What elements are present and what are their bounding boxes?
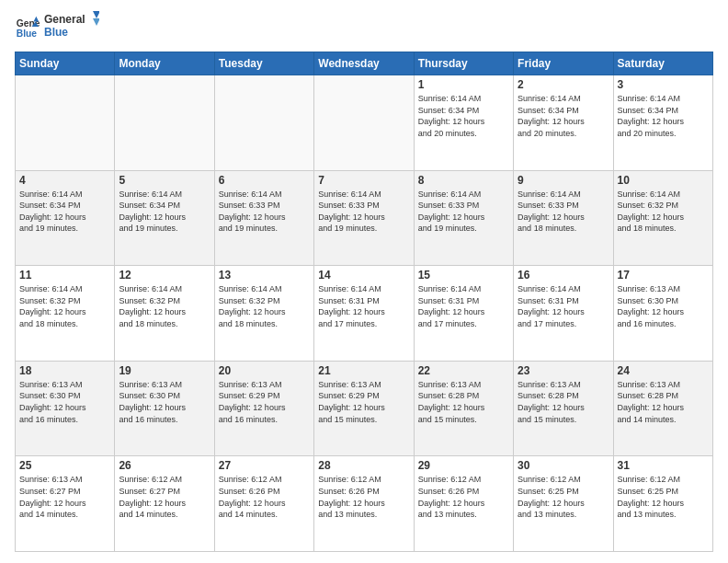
day-info: Sunrise: 6:13 AMSunset: 6:30 PMDaylight:…: [19, 379, 110, 425]
day-number: 11: [19, 269, 110, 282]
day-cell: 16Sunrise: 6:14 AMSunset: 6:31 PMDayligh…: [514, 266, 613, 362]
day-info: Sunrise: 6:14 AMSunset: 6:31 PMDaylight:…: [418, 283, 509, 329]
day-info: Sunrise: 6:12 AMSunset: 6:26 PMDaylight:…: [318, 474, 409, 520]
day-number: 14: [318, 269, 409, 282]
day-cell: 13Sunrise: 6:14 AMSunset: 6:32 PMDayligh…: [214, 266, 313, 362]
day-info: Sunrise: 6:14 AMSunset: 6:34 PMDaylight:…: [618, 93, 709, 139]
day-cell: [214, 75, 313, 171]
day-cell: [115, 75, 214, 171]
day-info: Sunrise: 6:14 AMSunset: 6:34 PMDaylight:…: [518, 93, 609, 139]
day-cell: 22Sunrise: 6:13 AMSunset: 6:28 PMDayligh…: [414, 361, 513, 456]
day-number: 25: [19, 459, 110, 472]
day-number: 30: [518, 459, 609, 472]
week-row-3: 11Sunrise: 6:14 AMSunset: 6:32 PMDayligh…: [16, 266, 713, 362]
day-info: Sunrise: 6:14 AMSunset: 6:32 PMDaylight:…: [618, 189, 709, 235]
day-info: Sunrise: 6:14 AMSunset: 6:33 PMDaylight:…: [518, 189, 609, 235]
day-cell: 14Sunrise: 6:14 AMSunset: 6:31 PMDayligh…: [314, 266, 414, 362]
day-number: 6: [219, 174, 310, 187]
svg-text:Blue: Blue: [17, 29, 38, 39]
day-number: 12: [119, 269, 210, 282]
day-cell: 29Sunrise: 6:12 AMSunset: 6:26 PMDayligh…: [414, 456, 513, 552]
day-info: Sunrise: 6:14 AMSunset: 6:34 PMDaylight:…: [19, 189, 110, 235]
day-number: 28: [318, 459, 409, 472]
day-cell: 4Sunrise: 6:14 AMSunset: 6:34 PMDaylight…: [16, 170, 115, 266]
day-number: 8: [418, 174, 509, 187]
day-info: Sunrise: 6:12 AMSunset: 6:27 PMDaylight:…: [119, 474, 210, 520]
day-number: 29: [418, 459, 509, 472]
day-info: Sunrise: 6:14 AMSunset: 6:34 PMDaylight:…: [119, 189, 210, 235]
day-number: 3: [618, 78, 709, 91]
day-cell: 5Sunrise: 6:14 AMSunset: 6:34 PMDaylight…: [115, 170, 214, 266]
day-number: 5: [119, 174, 210, 187]
day-number: 19: [119, 364, 210, 377]
day-cell: 12Sunrise: 6:14 AMSunset: 6:32 PMDayligh…: [115, 266, 214, 362]
day-cell: 9Sunrise: 6:14 AMSunset: 6:33 PMDaylight…: [514, 170, 613, 266]
day-cell: 1Sunrise: 6:14 AMSunset: 6:34 PMDaylight…: [414, 75, 513, 171]
svg-text:General: General: [44, 13, 85, 26]
day-info: Sunrise: 6:14 AMSunset: 6:32 PMDaylight:…: [219, 283, 310, 329]
day-number: 20: [219, 364, 310, 377]
logo-icon: General Blue: [15, 15, 40, 40]
day-cell: 10Sunrise: 6:14 AMSunset: 6:32 PMDayligh…: [613, 170, 712, 266]
svg-marker-7: [93, 11, 99, 18]
col-header-sunday: Sunday: [16, 52, 115, 75]
day-number: 21: [318, 364, 409, 377]
day-cell: 30Sunrise: 6:12 AMSunset: 6:25 PMDayligh…: [514, 456, 613, 552]
day-number: 22: [418, 364, 509, 377]
col-header-thursday: Thursday: [414, 52, 513, 75]
week-row-2: 4Sunrise: 6:14 AMSunset: 6:34 PMDaylight…: [16, 170, 713, 266]
day-number: 13: [219, 269, 310, 282]
day-info: Sunrise: 6:14 AMSunset: 6:32 PMDaylight:…: [119, 283, 210, 329]
day-cell: 25Sunrise: 6:13 AMSunset: 6:27 PMDayligh…: [16, 456, 115, 552]
day-number: 2: [518, 78, 609, 91]
day-cell: 17Sunrise: 6:13 AMSunset: 6:30 PMDayligh…: [613, 266, 712, 362]
week-row-5: 25Sunrise: 6:13 AMSunset: 6:27 PMDayligh…: [16, 456, 713, 552]
day-number: 1: [418, 78, 509, 91]
day-cell: 27Sunrise: 6:12 AMSunset: 6:26 PMDayligh…: [214, 456, 313, 552]
col-header-friday: Friday: [514, 52, 613, 75]
calendar-table: SundayMondayTuesdayWednesdayThursdayFrid…: [15, 52, 713, 552]
day-info: Sunrise: 6:14 AMSunset: 6:33 PMDaylight:…: [418, 189, 509, 235]
day-cell: 6Sunrise: 6:14 AMSunset: 6:33 PMDaylight…: [214, 170, 313, 266]
day-cell: 15Sunrise: 6:14 AMSunset: 6:31 PMDayligh…: [414, 266, 513, 362]
day-cell: 2Sunrise: 6:14 AMSunset: 6:34 PMDaylight…: [514, 75, 613, 171]
day-info: Sunrise: 6:13 AMSunset: 6:28 PMDaylight:…: [418, 379, 509, 425]
svg-marker-8: [93, 18, 99, 26]
day-info: Sunrise: 6:13 AMSunset: 6:29 PMDaylight:…: [219, 379, 310, 425]
day-number: 7: [318, 174, 409, 187]
day-cell: 18Sunrise: 6:13 AMSunset: 6:30 PMDayligh…: [16, 361, 115, 456]
day-cell: 11Sunrise: 6:14 AMSunset: 6:32 PMDayligh…: [16, 266, 115, 362]
day-number: 15: [418, 269, 509, 282]
day-info: Sunrise: 6:13 AMSunset: 6:28 PMDaylight:…: [618, 379, 709, 425]
day-info: Sunrise: 6:12 AMSunset: 6:25 PMDaylight:…: [518, 474, 609, 520]
day-info: Sunrise: 6:13 AMSunset: 6:30 PMDaylight:…: [119, 379, 210, 425]
day-cell: 31Sunrise: 6:12 AMSunset: 6:25 PMDayligh…: [613, 456, 712, 552]
day-info: Sunrise: 6:14 AMSunset: 6:32 PMDaylight:…: [19, 283, 110, 329]
day-cell: 23Sunrise: 6:13 AMSunset: 6:28 PMDayligh…: [514, 361, 613, 456]
day-info: Sunrise: 6:13 AMSunset: 6:27 PMDaylight:…: [19, 474, 110, 520]
week-row-4: 18Sunrise: 6:13 AMSunset: 6:30 PMDayligh…: [16, 361, 713, 456]
day-cell: [314, 75, 414, 171]
col-header-tuesday: Tuesday: [214, 52, 313, 75]
week-row-1: 1Sunrise: 6:14 AMSunset: 6:34 PMDaylight…: [16, 75, 713, 171]
header: General Blue General Blue: [15, 11, 713, 44]
day-info: Sunrise: 6:13 AMSunset: 6:29 PMDaylight:…: [318, 379, 409, 425]
col-header-saturday: Saturday: [613, 52, 712, 75]
day-number: 24: [618, 364, 709, 377]
day-cell: 7Sunrise: 6:14 AMSunset: 6:33 PMDaylight…: [314, 170, 414, 266]
day-info: Sunrise: 6:14 AMSunset: 6:34 PMDaylight:…: [418, 93, 509, 139]
col-header-wednesday: Wednesday: [314, 52, 414, 75]
day-info: Sunrise: 6:12 AMSunset: 6:26 PMDaylight:…: [418, 474, 509, 520]
col-header-monday: Monday: [115, 52, 214, 75]
day-cell: 3Sunrise: 6:14 AMSunset: 6:34 PMDaylight…: [613, 75, 712, 171]
day-number: 9: [518, 174, 609, 187]
day-info: Sunrise: 6:12 AMSunset: 6:25 PMDaylight:…: [618, 474, 709, 520]
day-number: 27: [219, 459, 310, 472]
day-info: Sunrise: 6:13 AMSunset: 6:28 PMDaylight:…: [518, 379, 609, 425]
day-number: 23: [518, 364, 609, 377]
logo-svg: General Blue: [44, 11, 99, 40]
day-info: Sunrise: 6:12 AMSunset: 6:26 PMDaylight:…: [219, 474, 310, 520]
day-info: Sunrise: 6:14 AMSunset: 6:33 PMDaylight:…: [318, 189, 409, 235]
day-number: 10: [618, 174, 709, 187]
logo: General Blue General Blue: [15, 11, 99, 44]
